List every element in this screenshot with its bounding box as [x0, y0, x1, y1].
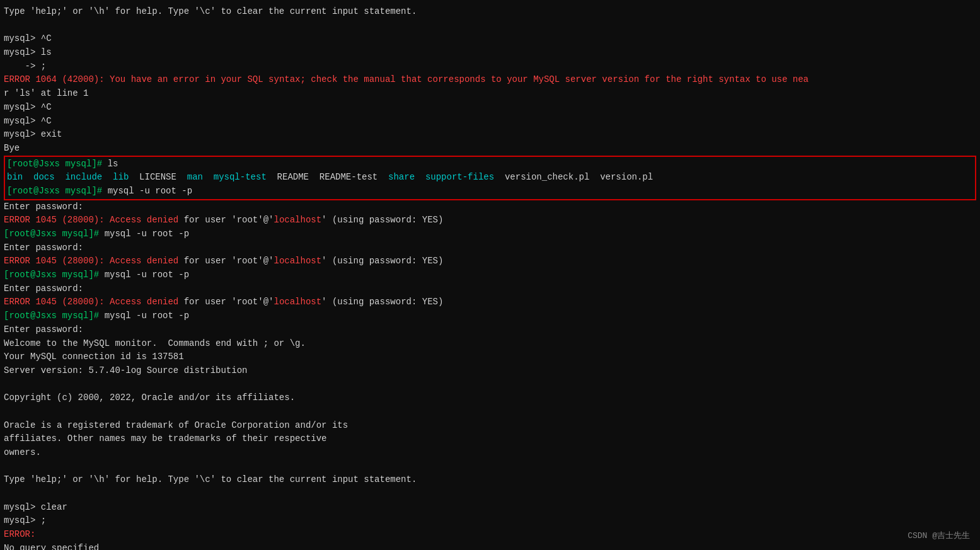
line-mysql-semicolon: mysql> ; [4, 514, 976, 528]
line-enter-pw-2: Enter password: [4, 241, 976, 255]
line-mysql-login-4: [root@Jsxs mysql]# mysql -u root -p [4, 309, 976, 323]
line-ls-command: [root@Jsxs mysql]# ls [7, 158, 973, 171]
line-copyright: Copyright (c) 2000, 2022, Oracle and/or … [4, 391, 976, 405]
line-error-1064: ERROR 1064 (42000): You have an error in… [4, 73, 976, 87]
line-arrow: -> ; [4, 60, 976, 74]
watermark: CSDN @吉士先生 [908, 530, 970, 542]
line-no-query: No query specified [4, 542, 976, 550]
line-ls-output: bin docs include lib LICENSE man mysql-t… [7, 171, 973, 185]
line-enter-pw-1: Enter password: [4, 200, 976, 214]
line-error-only: ERROR: [4, 528, 976, 542]
line-oracle-2: affiliates. Other names may be trademark… [4, 432, 976, 446]
line-error-1064-cont: r 'ls' at line 1 [4, 87, 976, 101]
line-oracle-3: owners. [4, 446, 976, 460]
line-bye: Bye [4, 142, 976, 156]
line-ctrl-c-3: mysql> ^C [4, 115, 976, 129]
line-welcome: Welcome to the MySQL monitor. Commands e… [4, 337, 976, 351]
line-empty-1 [4, 19, 976, 33]
line-mysql-login-3: [root@Jsxs mysql]# mysql -u root -p [4, 268, 976, 282]
line-empty-3 [4, 405, 976, 419]
line-mysql-clear: mysql> clear [4, 501, 976, 515]
terminal[interactable]: Type 'help;' or '\h' for help. Type '\c'… [4, 5, 976, 550]
line-empty-5 [4, 487, 976, 501]
line-oracle-1: Oracle is a registered trademark of Orac… [4, 419, 976, 433]
line-enter-pw-3: Enter password: [4, 282, 976, 296]
line-ctrl-c-1: mysql> ^C [4, 32, 976, 46]
line-error-access-1: ERROR 1045 (28000): Access denied for us… [4, 214, 976, 227]
line-empty-2 [4, 378, 976, 392]
line-enter-pw-4: Enter password: [4, 323, 976, 337]
line-ctrl-c-2: mysql> ^C [4, 101, 976, 115]
line-empty-4 [4, 460, 976, 474]
line-server-version: Server version: 5.7.40-log Source distri… [4, 364, 976, 378]
line-connection-id: Your MySQL connection id is 137581 [4, 350, 976, 364]
line-error-access-3: ERROR 1045 (28000): Access denied for us… [4, 295, 976, 309]
line-help-bottom: Type 'help;' or '\h' for help. Type '\c'… [4, 473, 976, 487]
ls-highlight-box: [root@Jsxs mysql]# ls bin docs include l… [4, 156, 976, 200]
line-mysql-ls: mysql> ls [4, 46, 976, 60]
line-mysql-login-2: [root@Jsxs mysql]# mysql -u root -p [4, 227, 976, 241]
line-mysql-exit: mysql> exit [4, 128, 976, 142]
line-help-top: Type 'help;' or '\h' for help. Type '\c'… [4, 5, 976, 19]
line-mysql-login-1: [root@Jsxs mysql]# mysql -u root -p [7, 185, 973, 198]
line-error-access-2: ERROR 1045 (28000): Access denied for us… [4, 255, 976, 268]
